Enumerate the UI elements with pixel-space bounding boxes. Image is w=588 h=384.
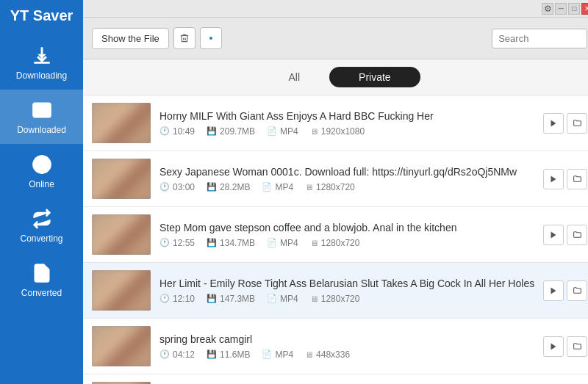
size-value: 209.7MB xyxy=(220,126,255,137)
play-button[interactable] xyxy=(543,280,564,301)
sidebar-item-converted[interactable]: Converted xyxy=(0,253,83,307)
video-thumbnail xyxy=(92,103,151,143)
duration-meta: 🕐 10:49 xyxy=(159,126,195,137)
sidebar-item-downloaded-label: Downloaded xyxy=(17,125,66,135)
clock-icon: 🕐 xyxy=(159,294,170,303)
video-thumbnail xyxy=(92,270,151,311)
video-actions xyxy=(543,280,587,301)
resolution-value: 448x336 xyxy=(316,349,350,360)
duration-meta: 🕐 12:55 xyxy=(159,238,195,248)
minimize-button[interactable]: ─ xyxy=(555,3,567,15)
video-actions xyxy=(543,336,587,357)
sidebar-item-downloaded[interactable]: Downloaded xyxy=(0,90,83,144)
monitor-icon: 🖥 xyxy=(310,294,318,303)
svg-marker-16 xyxy=(551,120,556,126)
folder-button[interactable] xyxy=(567,225,587,245)
format-meta: 📄 MP4 xyxy=(267,126,298,137)
sidebar-item-converting[interactable]: Converting xyxy=(0,198,83,253)
settings-button[interactable] xyxy=(200,27,222,49)
duration-meta: 🕐 12:10 xyxy=(159,294,195,304)
video-info: Horny MILF With Giant Ass Enjoys A Hard … xyxy=(159,110,534,137)
file-text-icon xyxy=(30,261,54,285)
delete-button[interactable] xyxy=(173,27,196,49)
sidebar-item-downloading[interactable]: Downloading xyxy=(0,35,83,90)
duration-value: 03:00 xyxy=(173,182,195,192)
hdd-icon: 💾 xyxy=(207,294,217,303)
video-item: Horny MILF With Giant Ass Enjoys A Hard … xyxy=(83,95,588,151)
video-thumbnail xyxy=(92,326,151,366)
clock-icon: 🕐 xyxy=(159,349,170,359)
video-title: Step Mom gave stepson coffee and a blowj… xyxy=(159,222,534,233)
gear-button[interactable]: ⚙ xyxy=(542,3,553,15)
resolution-meta: 🖥 1280x720 xyxy=(310,294,360,304)
format-meta: 📄 MP4 xyxy=(262,349,293,360)
monitor-icon: 🖥 xyxy=(310,239,318,247)
format-value: MP4 xyxy=(280,294,298,304)
show-file-button[interactable]: Show the File xyxy=(92,28,169,49)
sidebar-item-online-label: Online xyxy=(29,179,54,189)
file-icon: 📄 xyxy=(267,294,277,303)
size-value: 134.7MB xyxy=(220,238,255,248)
folder-button[interactable] xyxy=(567,280,587,301)
play-button[interactable] xyxy=(543,336,564,357)
resolution-value: 1280x720 xyxy=(321,238,360,248)
tab-all[interactable]: All xyxy=(259,67,330,87)
size-value: 147.3MB xyxy=(220,294,255,304)
video-meta: 🕐 12:55 💾 134.7MB 📄 MP4 🖥 1280x720 xyxy=(159,238,534,248)
size-meta: 💾 134.7MB xyxy=(207,238,255,248)
resolution-meta: 🖥 1280x720 xyxy=(310,238,360,248)
film-icon xyxy=(30,98,54,122)
video-info: Step Mom gave stepson coffee and a blowj… xyxy=(159,222,534,248)
play-button[interactable] xyxy=(543,113,564,134)
tab-private[interactable]: Private xyxy=(329,67,420,87)
play-button[interactable] xyxy=(543,225,564,245)
svg-marker-18 xyxy=(551,231,556,238)
app-title: YT Saver xyxy=(10,7,74,24)
size-value: 28.2MB xyxy=(220,182,250,192)
folder-button[interactable] xyxy=(567,336,587,357)
video-actions xyxy=(543,113,587,134)
video-item: Sex Craved Skinny Brunette Bridgette Amo… xyxy=(83,374,588,384)
search-input[interactable] xyxy=(492,29,587,48)
sidebar-item-downloading-label: Downloading xyxy=(16,70,67,81)
resolution-value: 1280x720 xyxy=(316,182,355,192)
svg-point-15 xyxy=(209,37,212,40)
svg-marker-19 xyxy=(551,287,556,294)
video-meta: 🕐 12:10 💾 147.3MB 📄 MP4 🖥 1280x720 xyxy=(159,294,534,304)
video-title: Sexy Japanese Woman 0001c. Download full… xyxy=(159,166,534,178)
video-meta: 🕐 10:49 💾 209.7MB 📄 MP4 🖥 1920x1080 xyxy=(159,126,534,137)
size-meta: 💾 147.3MB xyxy=(207,294,255,304)
resolution-value: 1280x720 xyxy=(321,294,360,304)
folder-button[interactable] xyxy=(567,113,587,134)
format-meta: 📄 MP4 xyxy=(267,294,298,304)
sidebar-item-converted-label: Converted xyxy=(21,288,62,298)
svg-marker-20 xyxy=(551,343,556,349)
video-thumbnail xyxy=(92,214,151,255)
video-info: spring break camgirl 🕐 04:12 💾 11.6MB 📄 … xyxy=(159,333,534,360)
svg-marker-17 xyxy=(551,175,556,182)
video-info: Her Limit - Emily Rose Tight Ass Belarus… xyxy=(159,278,534,304)
folder-button[interactable] xyxy=(567,169,587,189)
video-list: Horny MILF With Giant Ass Enjoys A Hard … xyxy=(83,95,588,384)
tabs-bar: All Private xyxy=(83,59,588,95)
hdd-icon: 💾 xyxy=(207,182,217,192)
video-thumbnail xyxy=(92,159,151,199)
play-button[interactable] xyxy=(543,169,564,189)
size-meta: 💾 28.2MB xyxy=(207,182,250,192)
size-value: 11.6MB xyxy=(220,349,250,360)
format-meta: 📄 MP4 xyxy=(267,238,298,248)
resolution-value: 1920x1080 xyxy=(321,126,365,137)
video-actions xyxy=(543,225,587,245)
close-button[interactable]: ✕ xyxy=(581,3,588,15)
video-item: Her Limit - Emily Rose Tight Ass Belarus… xyxy=(83,263,588,319)
sidebar-item-online[interactable]: Online xyxy=(0,144,83,198)
video-item: spring break camgirl 🕐 04:12 💾 11.6MB 📄 … xyxy=(83,319,588,374)
download-icon xyxy=(30,44,54,68)
video-item: Step Mom gave stepson coffee and a blowj… xyxy=(83,207,588,263)
file-icon: 📄 xyxy=(262,349,272,359)
duration-value: 12:55 xyxy=(173,238,195,248)
toolbar: Show the File xyxy=(83,18,588,59)
maximize-button[interactable]: □ xyxy=(568,3,580,15)
video-meta: 🕐 04:12 💾 11.6MB 📄 MP4 🖥 448x336 xyxy=(159,349,534,360)
resolution-meta: 🖥 1920x1080 xyxy=(310,126,365,137)
